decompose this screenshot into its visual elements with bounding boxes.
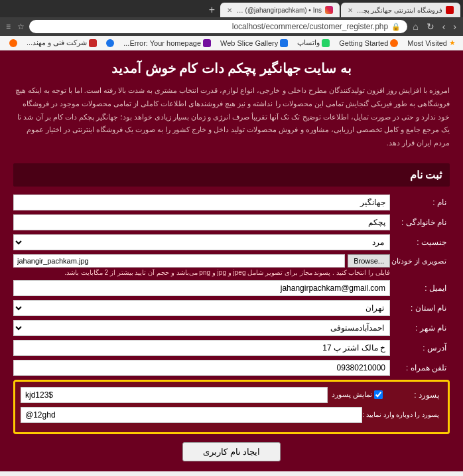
phone-row: تلفن همراه : xyxy=(13,360,450,376)
bookmark-whatsapp-label: واتساپ xyxy=(297,39,320,47)
tab-insta-label: jahangir (@jahangirpachkam) • Ins... xyxy=(235,7,322,14)
submit-row: ایجاد نام کاربری xyxy=(13,442,450,461)
menu-icon[interactable]: ≡ xyxy=(4,21,13,33)
show-password-checkbox[interactable] xyxy=(374,390,383,399)
photo-label: تصویری از خودتان xyxy=(390,254,450,266)
new-tab-button[interactable]: + xyxy=(205,4,219,16)
bookmark-getting-started[interactable]: Getting Started xyxy=(336,38,401,48)
whatsapp-icon xyxy=(322,39,330,47)
city-row: نام شهر : احمدآبادمستوفی xyxy=(13,320,450,336)
bookmark-global[interactable] xyxy=(103,38,117,48)
province-select[interactable]: تهران xyxy=(13,300,390,316)
password-confirm-label: پسورد را دوباره وارد نمایید : xyxy=(362,411,442,418)
gender-label: جنسیت : xyxy=(390,238,450,247)
bookmark-web-slice-gallery[interactable]: Web Slice Gallery xyxy=(217,38,291,48)
tab-shop[interactable]: فروشگاه اینترنتی جهانگیر پچکم ✕ xyxy=(341,3,460,17)
bookmark-error-page[interactable]: Error: Your homepage... xyxy=(120,38,214,48)
tab-insta-close[interactable]: ✕ xyxy=(227,7,232,14)
lock-icon: 🔒 xyxy=(391,23,401,31)
bookmark-whatsapp[interactable]: واتساپ xyxy=(294,37,333,48)
bookmark-most-visited[interactable]: ★ Most Visited xyxy=(404,37,459,48)
phone-input[interactable] xyxy=(13,360,390,376)
name-label: نام : xyxy=(390,198,450,207)
family-input[interactable] xyxy=(13,214,390,230)
submit-button[interactable]: ایجاد نام کاربری xyxy=(182,442,281,461)
insta-favicon xyxy=(325,6,333,14)
show-password-text: نمایش پسورد xyxy=(332,390,372,399)
address-row: آدرس : xyxy=(13,340,450,356)
email-input[interactable] xyxy=(13,280,390,296)
page-background: به سایت جهانگیر پچکم دات کام خوش آمدید ا… xyxy=(0,50,463,471)
name-row: نام : xyxy=(13,195,450,210)
firefox-icon xyxy=(390,39,398,47)
yahoo-icon xyxy=(203,39,211,47)
bookmark-orange[interactable] xyxy=(6,38,21,48)
bookmark-company-label: شرکت فنی و مهند... xyxy=(27,39,87,47)
family-label: نام خانوادگی : xyxy=(390,218,450,227)
file-browse-row: Browse... xyxy=(13,254,390,268)
phone-label: تلفن همراه : xyxy=(390,363,450,372)
star-icon: ★ xyxy=(449,39,456,47)
file-name-input[interactable] xyxy=(13,254,345,268)
nav-icons: ☆ ≡ xyxy=(4,21,27,33)
bookmark-web-slice-gallery-label: Web Slice Gallery xyxy=(220,39,278,47)
address-text: localhost/ecommerce/customer_register.ph… xyxy=(36,22,388,31)
gender-row: جنسیت : مرد زن xyxy=(13,234,450,250)
page-title: به سایت جهانگیر پچکم دات کام خوش آمدید xyxy=(13,60,450,76)
bookmark-most-visited-label: Most Visited xyxy=(407,39,447,47)
nav-bar: ‹ › ↻ ⌂ 🔒 localhost/ecommerce/customer_r… xyxy=(0,17,463,36)
email-label: ایمیل : xyxy=(390,283,450,293)
password-label: پسورد : xyxy=(383,390,442,400)
show-password-label: نمایش پسورد xyxy=(332,390,383,399)
tab-shop-close[interactable]: ✕ xyxy=(348,7,353,14)
page-content: به سایت جهانگیر پچکم دات کام خوش آمدید ا… xyxy=(0,50,463,471)
gender-select[interactable]: مرد زن xyxy=(13,234,390,250)
tab-shop-label: فروشگاه اینترنتی جهانگیر پچکم xyxy=(356,7,442,14)
browse-button[interactable]: Browse... xyxy=(348,254,390,268)
address-bar[interactable]: 🔒 localhost/ecommerce/customer_register.… xyxy=(29,20,407,33)
company-icon xyxy=(89,39,97,47)
home-button[interactable]: ⌂ xyxy=(410,20,421,33)
name-input[interactable] xyxy=(13,195,390,210)
photo-row: تصویری از خودتان Browse... فایلی را انتخ… xyxy=(13,254,450,276)
photo-hint: فایلی را انتخاب کنید . پسوند مجاز برای ت… xyxy=(13,269,390,276)
section-title: ثبت نام xyxy=(13,163,450,187)
password-confirm-row: پسورد را دوباره وارد نمایید : xyxy=(21,407,442,423)
password-highlight-box: پسورد : نمایش پسورد پسورد را دوباره وارد… xyxy=(13,380,450,434)
bookmark-getting-started-label: Getting Started xyxy=(339,39,388,47)
city-select[interactable]: احمدآبادمستوفی xyxy=(13,320,390,336)
global-icon xyxy=(106,39,114,47)
family-row: نام خانوادگی : xyxy=(13,214,450,230)
tab-insta[interactable]: jahangir (@jahangirpachkam) • Ins... ✕ xyxy=(220,3,340,17)
web-icon xyxy=(280,39,288,47)
bookmark-error-page-label: Error: Your homepage... xyxy=(123,39,201,47)
orange-icon xyxy=(9,39,17,47)
bookmark-company[interactable]: شرکت فنی و مهند... xyxy=(23,37,100,48)
password-confirm-input[interactable] xyxy=(21,407,362,423)
address-input[interactable] xyxy=(13,340,390,356)
email-row: ایمیل : xyxy=(13,280,450,296)
password-confirm-input-wrap xyxy=(21,407,362,423)
page-description: امروزه با افزایش روز افزون تولیدکنندگان … xyxy=(13,84,450,150)
bookmarks-icon[interactable]: ☆ xyxy=(15,21,27,33)
photo-input-area: Browse... فایلی را انتخاب کنید . پسوند م… xyxy=(13,254,390,276)
city-label: نام شهر : xyxy=(390,323,450,333)
password-input-wrap: نمایش پسورد xyxy=(21,387,383,403)
shop-favicon xyxy=(446,6,454,14)
address-label: آدرس : xyxy=(390,343,450,353)
refresh-button[interactable]: ↻ xyxy=(424,20,437,33)
browser-window: فروشگاه اینترنتی جهانگیر پچکم ✕ jahangir… xyxy=(0,0,463,471)
password-row: پسورد : نمایش پسورد xyxy=(21,387,442,403)
tab-bar: فروشگاه اینترنتی جهانگیر پچکم ✕ jahangir… xyxy=(0,0,463,17)
province-row: نام استان : تهران xyxy=(13,300,450,316)
province-label: نام استان : xyxy=(390,303,450,313)
registration-section: ثبت نام نام : نام خانوادگی : جنسیت : مرد xyxy=(0,157,463,471)
bookmarks-bar: ★ Most Visited Getting Started واتساپ We… xyxy=(0,36,463,50)
password-input[interactable] xyxy=(21,387,328,403)
back-button[interactable]: ‹ xyxy=(450,20,459,33)
forward-button[interactable]: › xyxy=(440,20,448,33)
